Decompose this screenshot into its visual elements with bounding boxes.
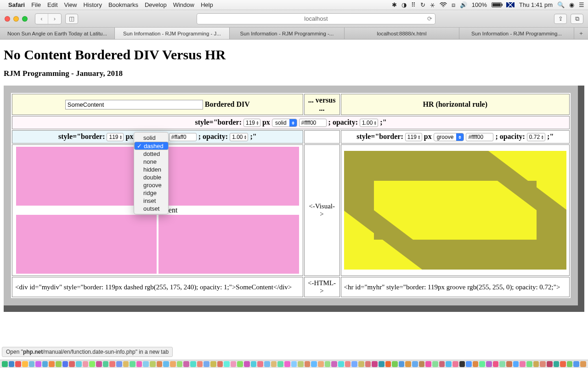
volume-icon[interactable]: 🔊 <box>460 1 467 8</box>
dock-app-icon[interactable] <box>385 361 391 367</box>
dock-app-icon[interactable] <box>136 361 142 367</box>
dock-app-icon[interactable] <box>170 361 176 367</box>
dock-app-icon[interactable] <box>163 361 169 367</box>
dock-app-icon[interactable] <box>244 361 250 367</box>
dock-app-icon[interactable] <box>580 361 586 367</box>
dropdown-option[interactable]: groove <box>134 181 168 189</box>
dock-app-icon[interactable] <box>526 361 532 367</box>
menu-view[interactable]: View <box>64 1 77 8</box>
border-width-input[interactable]: 119▲▼ <box>243 119 260 127</box>
dropdown-option[interactable]: hidden <box>134 166 168 173</box>
dock-app-icon[interactable] <box>412 361 418 367</box>
dock-app-icon[interactable] <box>425 361 431 367</box>
spotlight-icon[interactable]: 🔍 <box>557 1 565 8</box>
dock-app-icon[interactable] <box>325 361 331 367</box>
dock-app-icon[interactable] <box>338 361 344 367</box>
border-width-input[interactable]: 119▲▼ <box>107 133 124 141</box>
clock-icon[interactable]: ↻ <box>420 1 425 8</box>
dock-app-icon[interactable] <box>473 361 479 367</box>
dock-app-icon[interactable] <box>311 361 317 367</box>
dock-app-icon[interactable] <box>130 361 136 367</box>
dock-app-icon[interactable] <box>224 361 230 367</box>
opacity-input[interactable]: 1.00▲▼ <box>230 133 248 141</box>
dock-app-icon[interactable] <box>2 361 8 367</box>
dock-app-icon[interactable] <box>123 361 129 367</box>
share-button[interactable]: ⇪ <box>554 14 567 24</box>
dock-app-icon[interactable] <box>177 361 183 367</box>
dock-app-icon[interactable] <box>157 361 163 367</box>
dock-app-icon[interactable] <box>567 361 573 367</box>
menu-window[interactable]: Window <box>173 1 194 8</box>
dock-app-icon[interactable] <box>520 361 526 367</box>
dock-app-icon[interactable] <box>554 361 560 367</box>
dock-app-icon[interactable] <box>439 361 445 367</box>
dropdown-option[interactable]: none <box>134 158 168 166</box>
dock-app-icon[interactable] <box>291 361 297 367</box>
dock-app-icon[interactable] <box>15 361 21 367</box>
dropdown-option[interactable]: outset <box>134 205 168 213</box>
dock-app-icon[interactable] <box>405 361 411 367</box>
dock-app-icon[interactable] <box>62 361 68 367</box>
dock-app-icon[interactable] <box>116 361 122 367</box>
dock-app-icon[interactable] <box>506 361 512 367</box>
dock-app-icon[interactable] <box>452 361 458 367</box>
dock-app-icon[interactable] <box>9 361 15 367</box>
dropdown-option[interactable]: ridge <box>134 189 168 197</box>
airplay-icon[interactable]: ⧈ <box>452 1 455 9</box>
border-style-select[interactable]: solid <box>272 119 297 127</box>
border-color-input[interactable] <box>299 119 327 127</box>
dock-app-icon[interactable] <box>103 361 109 367</box>
new-tab-button[interactable]: + <box>574 28 588 39</box>
dropdown-option[interactable]: dashed <box>134 142 169 150</box>
menu-file[interactable]: File <box>31 1 41 8</box>
dock-app-icon[interactable] <box>237 361 243 367</box>
dock-app-icon[interactable] <box>96 361 102 367</box>
dock-app-icon[interactable] <box>231 361 237 367</box>
menu-history[interactable]: History <box>83 1 102 8</box>
dock-app-icon[interactable] <box>76 361 82 367</box>
minimize-window-button[interactable] <box>13 16 19 22</box>
dock-app-icon[interactable] <box>49 361 55 367</box>
dock-app-icon[interactable] <box>210 361 216 367</box>
dock-app-icon[interactable] <box>150 361 156 367</box>
dock-app-icon[interactable] <box>264 361 270 367</box>
dropdown-option[interactable]: inset <box>134 197 168 205</box>
border-style-select[interactable]: groove <box>434 133 464 141</box>
menu-edit[interactable]: Edit <box>47 1 57 8</box>
border-style-dropdown[interactable]: soliddasheddottednonehiddendoublegroover… <box>134 132 169 214</box>
dock-app-icon[interactable] <box>351 361 357 367</box>
menubar-clock[interactable]: Thu 1:41 pm <box>519 1 553 8</box>
menu-develop[interactable]: Develop <box>145 1 167 8</box>
status-icon[interactable]: ⠿ <box>411 1 416 8</box>
app-name[interactable]: Safari <box>8 1 25 8</box>
dock-app-icon[interactable] <box>392 361 398 367</box>
dock-app-icon[interactable] <box>197 361 203 367</box>
notification-center-icon[interactable]: ☰ <box>579 1 584 8</box>
dock-app-icon[interactable] <box>183 361 189 367</box>
border-color-input[interactable] <box>169 133 197 141</box>
dock-app-icon[interactable] <box>284 361 290 367</box>
zoom-window-button[interactable] <box>22 16 28 22</box>
opacity-input[interactable]: 0.72▲▼ <box>527 133 545 141</box>
dock-app-icon[interactable] <box>251 361 257 367</box>
status-icon[interactable]: ✱ <box>392 1 397 8</box>
browser-tab[interactable]: Noon Sun Angle on Earth Today at Latitu.… <box>0 28 115 39</box>
sidebar-button[interactable]: ◫ <box>65 14 78 24</box>
battery-icon[interactable] <box>492 2 502 7</box>
dock-app-icon[interactable] <box>89 361 95 367</box>
address-bar[interactable]: localhost ⟳ <box>197 13 435 24</box>
border-width-input[interactable]: 119▲▼ <box>405 133 422 141</box>
dock-app-icon[interactable] <box>345 361 351 367</box>
dropdown-option[interactable]: double <box>134 173 168 181</box>
dock-app-icon[interactable] <box>547 361 553 367</box>
dock-app-icon[interactable] <box>257 361 263 367</box>
dock-app-icon[interactable] <box>573 361 579 367</box>
dropdown-option[interactable]: dotted <box>134 150 168 158</box>
reload-icon[interactable]: ⟳ <box>427 15 432 22</box>
dock-app-icon[interactable] <box>56 361 62 367</box>
browser-tab[interactable]: Sun Information - RJM Programming -... <box>230 28 345 39</box>
dock-app-icon[interactable] <box>190 361 196 367</box>
dock-app-icon[interactable] <box>513 361 519 367</box>
dock-app-icon[interactable] <box>29 361 35 367</box>
browser-tab[interactable]: Sun Information - RJM Programming... <box>459 28 574 39</box>
